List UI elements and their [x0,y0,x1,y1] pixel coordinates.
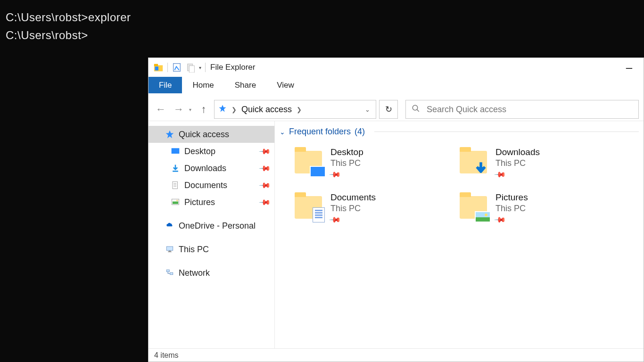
sidebar-item-desktop[interactable]: Desktop 📌 [149,143,274,160]
sidebar-item-label: Downloads [184,164,226,173]
star-icon [165,129,175,140]
chevron-right-icon[interactable]: ❯ [231,106,237,113]
folder-icon [460,192,489,222]
document-icon [170,180,181,190]
svg-rect-21 [168,252,172,253]
item-count: 4 items [154,351,179,360]
tab-share[interactable]: Share [224,77,266,93]
pin-icon: 📌 [258,162,272,175]
download-arrow-icon [473,160,489,178]
pin-icon: 📌 [258,179,272,192]
tile-sub: This PC [330,204,376,214]
svg-rect-22 [166,270,169,272]
svg-rect-11 [173,171,178,172]
sidebar-item-label: Documents [184,181,227,190]
tile-name: Downloads [495,147,540,157]
search-box[interactable] [405,100,639,119]
address-dropdown-icon[interactable]: ⌄ [361,106,374,113]
sidebar-item-quick-access[interactable]: Quick access [149,126,274,143]
pin-icon: 📌 [494,168,507,181]
svg-point-18 [176,200,178,201]
folder-icon [295,192,324,222]
svg-rect-5 [189,66,194,73]
sidebar-item-label: This PC [179,245,209,255]
breadcrumb[interactable]: Quick access [241,105,292,115]
svg-rect-17 [173,202,178,204]
minimize-button[interactable]: – [618,61,641,74]
sidebar-item-label: Network [179,268,210,278]
tab-home[interactable]: Home [182,77,224,93]
window-title: File Explorer [210,63,255,72]
sidebar-item-documents[interactable]: Documents 📌 [149,177,274,194]
tab-view[interactable]: View [266,77,305,93]
sidebar-item-label: Desktop [184,147,215,156]
explorer-icon [153,62,164,73]
tile-documents[interactable]: Documents This PC 📌 [295,192,450,224]
sidebar-item-label: Quick access [179,130,229,140]
tile-name: Pictures [495,192,528,203]
pin-icon: 📌 [329,214,342,227]
tile-name: Desktop [330,147,363,157]
folder-icon [295,147,324,176]
separator [167,63,168,72]
back-button[interactable]: ← [153,102,168,117]
cloud-icon [165,221,175,231]
sidebar-item-downloads[interactable]: Downloads 📌 [149,160,274,177]
refresh-button[interactable]: ↻ [379,100,398,119]
pin-icon: 📌 [494,214,507,227]
svg-rect-10 [172,148,180,154]
picture-icon [170,197,181,207]
up-button[interactable]: ↑ [196,102,211,117]
tile-sub: This PC [495,158,540,168]
pin-icon: 📌 [329,168,342,181]
svg-line-8 [417,109,419,112]
svg-rect-2 [155,66,158,70]
svg-rect-12 [173,182,178,189]
search-icon [412,104,420,115]
download-icon [170,163,181,173]
chevron-down-icon[interactable]: ⌄ [280,128,285,136]
desktop-icon [170,146,181,156]
svg-rect-1 [154,64,158,66]
content-area[interactable]: ⌄ Frequent folders (4) Desktop This PC 📌 [275,121,644,348]
sidebar-item-this-pc[interactable]: This PC [149,241,274,258]
tile-sub: This PC [495,204,528,214]
nav-row: ← → ▾ ↑ ❯ Quick access ❯ ⌄ ↻ [149,98,644,121]
section-count: (4) [355,127,365,137]
star-icon [218,104,227,115]
sidebar-item-onedrive[interactable]: OneDrive - Personal [149,217,274,234]
tab-file[interactable]: File [149,77,182,93]
ribbon-tabs: File Home Share View [149,77,644,94]
pin-icon: 📌 [258,145,272,158]
tile-downloads[interactable]: Downloads This PC 📌 [460,147,615,179]
chevron-right-icon[interactable]: ❯ [297,106,302,113]
qat-dropdown-icon[interactable]: ▾ [199,65,201,70]
history-dropdown-icon[interactable]: ▾ [189,107,191,112]
search-input[interactable] [427,105,633,115]
tile-pictures[interactable]: Pictures This PC 📌 [460,192,615,224]
status-bar: 4 items [149,348,644,362]
sidebar-item-label: Pictures [184,197,215,207]
section-header-frequent[interactable]: ⌄ Frequent folders (4) [280,127,639,137]
new-folder-icon[interactable] [186,62,196,73]
nav-pane[interactable]: Quick access Desktop 📌 Downloads 📌 [149,121,275,348]
sidebar-item-label: OneDrive - Personal [179,221,256,231]
sidebar-item-network[interactable]: Network [149,264,274,281]
address-bar[interactable]: ❯ Quick access ❯ ⌄ [214,100,376,119]
tile-desktop[interactable]: Desktop This PC 📌 [295,147,450,179]
svg-rect-20 [169,251,171,252]
terminal-line: C:\Users\robst> [6,26,638,44]
separator [205,63,206,72]
tile-sub: This PC [330,158,363,168]
svg-marker-9 [166,131,174,139]
file-explorer-window[interactable]: ▾ File Explorer – File Home Share View ←… [148,58,644,362]
svg-marker-6 [219,105,226,112]
titlebar[interactable]: ▾ File Explorer – [149,58,644,77]
sidebar-item-pictures[interactable]: Pictures 📌 [149,194,274,211]
svg-point-7 [413,105,418,110]
forward-button[interactable]: → [171,102,186,117]
network-icon [165,268,175,278]
pin-icon: 📌 [258,196,272,209]
terminal-line: C:\Users\robst>explorer [6,8,638,26]
properties-icon[interactable] [172,62,182,73]
